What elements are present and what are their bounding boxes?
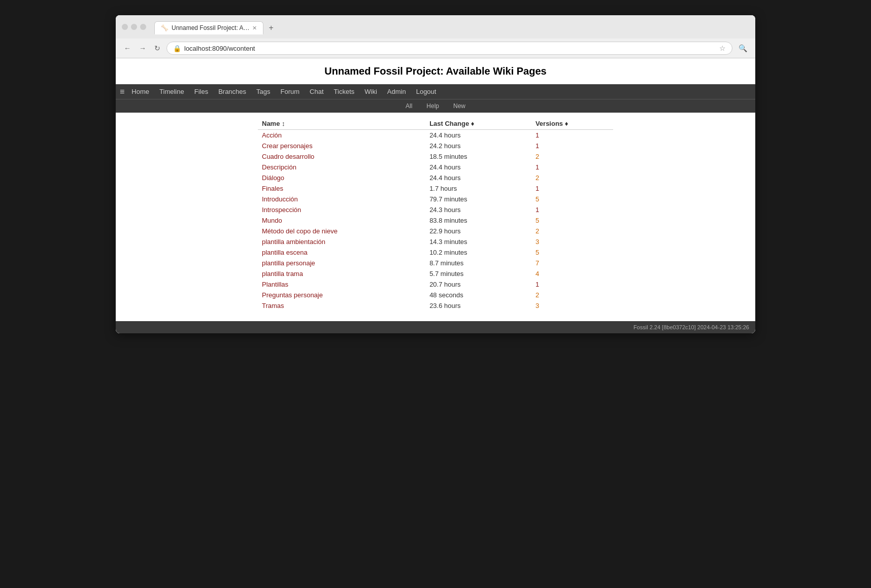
last-change-cell: 22.9 hours	[425, 226, 531, 236]
wiki-page-link[interactable]: Cuadro desarrollo	[262, 153, 314, 160]
table-row: Tramas23.6 hours3	[258, 300, 613, 311]
url-text: localhost:8090/wcontent	[184, 45, 716, 52]
wiki-table-container: Name ↕ Last Change ♦ Versions ♦ Acción24…	[116, 113, 755, 321]
wiki-page-link[interactable]: Crear personajes	[262, 142, 313, 150]
table-row: Crear personajes24.2 hours1	[258, 141, 613, 151]
last-change-cell: 5.7 minutes	[425, 268, 531, 279]
col-header-name[interactable]: Name ↕	[258, 118, 425, 130]
footer-text: Fossil 2.24 [8be0372c10] 2024-04-23 13:2…	[633, 324, 749, 330]
table-row: plantilla ambientación14.3 minutes3	[258, 236, 613, 247]
browser-chrome: 🦴 Unnamed Fossil Project: A… ✕ + ← → ↻ 🔒…	[116, 15, 755, 58]
col-header-versions[interactable]: Versions ♦	[531, 118, 613, 130]
table-row: Mundo83.8 minutes5	[258, 215, 613, 226]
last-change-cell: 18.5 minutes	[425, 151, 531, 162]
window-min-btn[interactable]	[131, 24, 137, 30]
table-row: Preguntas personaje48 seconds2	[258, 290, 613, 300]
subnav-all[interactable]: All	[403, 101, 415, 111]
nav-files[interactable]: Files	[189, 84, 213, 99]
nav-logout[interactable]: Logout	[411, 84, 442, 99]
wiki-page-link[interactable]: Tramas	[262, 302, 284, 309]
nav-wiki[interactable]: Wiki	[359, 84, 382, 99]
col-header-last-change[interactable]: Last Change ♦	[425, 118, 531, 130]
last-change-cell: 24.3 hours	[425, 204, 531, 215]
nav-home[interactable]: Home	[126, 84, 154, 99]
nav-forum[interactable]: Forum	[276, 84, 305, 99]
address-input[interactable]: 🔒 localhost:8090/wcontent ☆	[166, 42, 732, 55]
forward-button[interactable]: →	[137, 43, 148, 53]
nav-tags[interactable]: Tags	[251, 84, 275, 99]
wiki-page-link[interactable]: Descripción	[262, 163, 296, 171]
wiki-page-link[interactable]: Introspección	[262, 206, 301, 214]
browser-titlebar: 🦴 Unnamed Fossil Project: A… ✕ +	[116, 15, 755, 39]
table-row: Introspección24.3 hours1	[258, 204, 613, 215]
last-change-cell: 14.3 minutes	[425, 236, 531, 247]
wiki-table: Name ↕ Last Change ♦ Versions ♦ Acción24…	[258, 118, 613, 311]
wiki-page-link[interactable]: plantilla escena	[262, 249, 308, 256]
versions-cell: 4	[531, 268, 613, 279]
versions-cell: 1	[531, 204, 613, 215]
last-change-cell: 24.4 hours	[425, 162, 531, 172]
wiki-page-link[interactable]: plantilla trama	[262, 270, 303, 278]
wiki-page-link[interactable]: plantilla ambientación	[262, 238, 325, 246]
nav-tickets[interactable]: Tickets	[329, 84, 360, 99]
table-row: Descripción24.4 hours1	[258, 162, 613, 172]
wiki-page-link[interactable]: Finales	[262, 185, 283, 192]
table-row: Plantillas20.7 hours1	[258, 279, 613, 290]
last-change-cell: 24.4 hours	[425, 172, 531, 183]
tab-bar: 🦴 Unnamed Fossil Project: A… ✕ +	[150, 19, 281, 34]
back-button[interactable]: ←	[122, 43, 133, 53]
hamburger-icon[interactable]: ≡	[120, 87, 124, 96]
wiki-page-link[interactable]: Acción	[262, 131, 282, 139]
last-change-cell: 24.4 hours	[425, 130, 531, 141]
nav-chat[interactable]: Chat	[305, 84, 328, 99]
page-title: Unnamed Fossil Project: Available Wiki P…	[116, 58, 755, 84]
page-content: Unnamed Fossil Project: Available Wiki P…	[116, 58, 755, 333]
table-row: Diálogo24.4 hours2	[258, 172, 613, 183]
tab-favicon: 🦴	[161, 24, 169, 31]
table-row: Acción24.4 hours1	[258, 130, 613, 141]
last-change-cell: 20.7 hours	[425, 279, 531, 290]
wiki-page-link[interactable]: Preguntas personaje	[262, 291, 323, 299]
subnav-new[interactable]: New	[450, 101, 468, 111]
browser-window: 🦴 Unnamed Fossil Project: A… ✕ + ← → ↻ 🔒…	[116, 15, 755, 333]
nav-timeline[interactable]: Timeline	[154, 84, 189, 99]
last-change-cell: 48 seconds	[425, 290, 531, 300]
search-button[interactable]: 🔍	[736, 43, 749, 53]
active-tab[interactable]: 🦴 Unnamed Fossil Project: A… ✕	[154, 21, 263, 34]
wiki-page-link[interactable]: Diálogo	[262, 174, 284, 182]
table-row: Introducción79.7 minutes5	[258, 194, 613, 204]
versions-cell: 1	[531, 183, 613, 194]
table-row: plantilla trama5.7 minutes4	[258, 268, 613, 279]
nav-branches[interactable]: Branches	[213, 84, 251, 99]
window-controls	[122, 24, 146, 30]
wiki-page-link[interactable]: Método del copo de nieve	[262, 227, 338, 235]
new-tab-button[interactable]: +	[265, 22, 276, 33]
versions-cell: 2	[531, 172, 613, 183]
last-change-cell: 10.2 minutes	[425, 247, 531, 258]
address-bar: ← → ↻ 🔒 localhost:8090/wcontent ☆ 🔍	[116, 39, 755, 58]
versions-cell: 2	[531, 226, 613, 236]
subnav-help[interactable]: Help	[423, 101, 442, 111]
security-icon: 🔒	[173, 45, 181, 52]
window-close-btn[interactable]	[122, 24, 128, 30]
versions-cell: 5	[531, 247, 613, 258]
table-row: Método del copo de nieve22.9 hours2	[258, 226, 613, 236]
wiki-page-link[interactable]: Mundo	[262, 217, 282, 224]
table-row: Finales1.7 hours1	[258, 183, 613, 194]
nav-admin[interactable]: Admin	[382, 84, 411, 99]
reload-button[interactable]: ↻	[152, 43, 162, 53]
table-row: plantilla personaje8.7 minutes7	[258, 258, 613, 268]
versions-cell: 3	[531, 236, 613, 247]
wiki-page-link[interactable]: plantilla personaje	[262, 259, 315, 267]
wiki-page-link[interactable]: Introducción	[262, 195, 298, 203]
tab-close-button[interactable]: ✕	[252, 25, 257, 31]
versions-cell: 7	[531, 258, 613, 268]
last-change-cell: 83.8 minutes	[425, 215, 531, 226]
table-row: Cuadro desarrollo18.5 minutes2	[258, 151, 613, 162]
main-nav: ≡ Home Timeline Files Branches Tags Foru…	[116, 84, 755, 99]
window-max-btn[interactable]	[140, 24, 146, 30]
versions-cell: 1	[531, 141, 613, 151]
wiki-page-link[interactable]: Plantillas	[262, 281, 288, 288]
bookmark-icon[interactable]: ☆	[719, 44, 726, 52]
versions-cell: 1	[531, 162, 613, 172]
